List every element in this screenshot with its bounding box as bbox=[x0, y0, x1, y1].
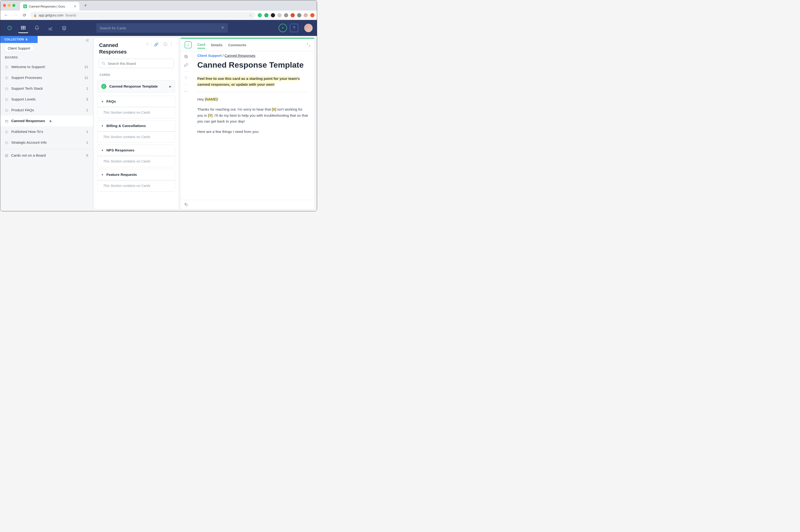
folder-icon: 🗀 bbox=[5, 76, 8, 80]
breadcrumb-board[interactable]: Canned Responses bbox=[225, 54, 256, 58]
board-count: 1 bbox=[86, 87, 88, 90]
extension-icons bbox=[258, 13, 315, 17]
chevron-updown-icon: ⇅ bbox=[25, 38, 28, 41]
svg-point-0 bbox=[8, 26, 12, 30]
folder-icon: 🗀 bbox=[5, 108, 8, 112]
lock-icon: 🔒 bbox=[33, 14, 37, 17]
tab-comments[interactable]: Comments bbox=[228, 41, 246, 49]
card-item[interactable]: ✓ Canned Response Template ▶ bbox=[97, 80, 175, 93]
ext-icon[interactable] bbox=[277, 13, 282, 17]
board-count: 1 bbox=[86, 130, 88, 134]
board-item[interactable]: 🗀 Support Processes 11 bbox=[0, 72, 93, 83]
triangle-down-icon: ▼ bbox=[101, 149, 104, 152]
board-count: 1 bbox=[86, 108, 88, 112]
window-controls bbox=[3, 4, 15, 7]
board-count: 11 bbox=[84, 76, 88, 80]
board-item-active[interactable]: 🗀 Canned Responses ▶ bbox=[0, 115, 93, 126]
chevron-right-icon: ▶ bbox=[50, 119, 52, 122]
link-icon[interactable]: 🔗 bbox=[154, 42, 159, 47]
board-item[interactable]: 🗀 Welcome to Support! 11 bbox=[0, 61, 93, 72]
board-search-input[interactable] bbox=[108, 61, 171, 65]
boards-nav-icon[interactable] bbox=[18, 23, 29, 33]
ext-icon[interactable] bbox=[291, 13, 295, 17]
board-count: 11 bbox=[84, 65, 88, 69]
favorite-icon[interactable]: ♡ bbox=[184, 76, 188, 80]
user-avatar[interactable] bbox=[304, 24, 313, 32]
body-paragraph: Thanks for reaching out. I'm sorry to he… bbox=[197, 106, 309, 125]
section-title: Billing & Cancellations bbox=[106, 124, 146, 128]
search-input[interactable] bbox=[99, 26, 221, 30]
guru-favicon: G bbox=[23, 4, 27, 8]
board-item[interactable]: 🗀 Support Tech Stack 1 bbox=[0, 83, 93, 94]
profile-avatar[interactable] bbox=[304, 13, 308, 17]
card-title: Canned Response Template bbox=[197, 60, 309, 70]
tag-icon[interactable] bbox=[184, 203, 188, 207]
maximize-window[interactable] bbox=[13, 4, 15, 7]
ext-icon[interactable] bbox=[297, 13, 301, 17]
folder-icon: 🗀 bbox=[5, 119, 8, 123]
add-button[interactable]: + bbox=[279, 24, 287, 32]
breadcrumb-collection[interactable]: Client Support bbox=[197, 54, 222, 58]
section-toggle[interactable]: ▼ Billing & Cancellations bbox=[97, 120, 175, 132]
collection-label: COLLECTION bbox=[4, 38, 24, 41]
close-tab-icon[interactable]: × bbox=[74, 4, 76, 8]
verified-badge-icon[interactable]: ✓ bbox=[185, 41, 192, 49]
board-item[interactable]: 🗀 Strategic Account Info 1 bbox=[0, 137, 93, 148]
ext-icon[interactable] bbox=[264, 13, 268, 17]
more-icon[interactable]: ⋮ bbox=[170, 42, 173, 47]
folder-icon: 🗀 bbox=[5, 140, 8, 145]
minimize-window[interactable] bbox=[8, 4, 11, 7]
expand-icon[interactable] bbox=[306, 43, 310, 47]
new-tab-button[interactable]: + bbox=[84, 3, 87, 8]
ext-guru-icon[interactable] bbox=[258, 13, 262, 17]
board-item[interactable]: 🗀 Published How-To's 1 bbox=[0, 126, 93, 137]
guru-logo-icon[interactable] bbox=[4, 23, 15, 33]
board-item[interactable]: 🗀 Product FAQs 1 bbox=[0, 105, 93, 115]
favorite-icon[interactable]: ♡ bbox=[146, 42, 149, 47]
section-toggle[interactable]: ▼ NPS Responses bbox=[97, 145, 175, 156]
svg-point-1 bbox=[102, 62, 104, 64]
sidebar: COLLECTION ⇅ Client Support BOARDS 🗀 Wel… bbox=[0, 36, 93, 211]
address-bar[interactable]: 🔒 app.getguru.com/boards ☆ bbox=[30, 12, 255, 19]
browser-tab[interactable]: G Canned Responses | Guru × bbox=[20, 2, 79, 11]
help-button[interactable]: ? bbox=[290, 24, 298, 32]
layers-icon[interactable] bbox=[59, 23, 69, 33]
close-window[interactable] bbox=[3, 4, 6, 7]
board-label: Cards not on a Board bbox=[11, 153, 45, 157]
ext-icon[interactable] bbox=[284, 13, 288, 17]
section: ▼ NPS Responses This Section contains no… bbox=[97, 145, 175, 167]
reload-button[interactable]: ⟳ bbox=[21, 12, 28, 19]
copy-icon[interactable] bbox=[184, 55, 188, 59]
analytics-icon[interactable] bbox=[45, 23, 56, 33]
back-button[interactable]: ← bbox=[3, 12, 10, 19]
board-search[interactable] bbox=[99, 59, 174, 68]
info-icon[interactable]: ⓘ bbox=[164, 42, 167, 47]
section-toggle[interactable]: ▼ Feature Requests bbox=[97, 169, 175, 180]
more-icon[interactable]: ⋯ bbox=[184, 89, 188, 93]
card-footer bbox=[180, 200, 315, 209]
board-label: Support Tech Stack bbox=[11, 87, 43, 91]
divider bbox=[301, 25, 301, 31]
board-label: Support Processes bbox=[11, 76, 42, 80]
search-icon bbox=[102, 61, 106, 65]
filter-icon[interactable] bbox=[221, 26, 225, 30]
link-icon[interactable] bbox=[184, 63, 188, 67]
board-label: Published How-To's bbox=[11, 130, 43, 134]
board-label: Support Levels bbox=[11, 97, 35, 101]
section: ▼ Feature Requests This Section contains… bbox=[97, 169, 175, 192]
collection-selector[interactable]: COLLECTION ⇅ bbox=[0, 36, 38, 43]
ext-icon[interactable] bbox=[271, 13, 275, 17]
tab-details[interactable]: Details bbox=[211, 41, 222, 49]
browser-toolbar: ← → ⟳ 🔒 app.getguru.com/boards ☆ bbox=[0, 11, 317, 20]
forward-button[interactable]: → bbox=[12, 12, 19, 19]
notifications-icon[interactable] bbox=[32, 23, 42, 33]
collection-name[interactable]: Client Support bbox=[4, 45, 33, 52]
board-item[interactable]: 🗀 Support Levels 3 bbox=[0, 94, 93, 105]
section-toggle[interactable]: ▼ FAQs bbox=[97, 96, 175, 107]
cards-not-on-board[interactable]: ▧ Cards not on a Board 0 bbox=[0, 150, 93, 161]
star-icon[interactable]: ☆ bbox=[249, 13, 252, 17]
search-cards[interactable] bbox=[96, 23, 228, 33]
tab-card[interactable]: Card bbox=[197, 41, 205, 49]
ext-icon[interactable] bbox=[310, 13, 315, 17]
collapse-sidebar-icon[interactable] bbox=[85, 38, 90, 42]
